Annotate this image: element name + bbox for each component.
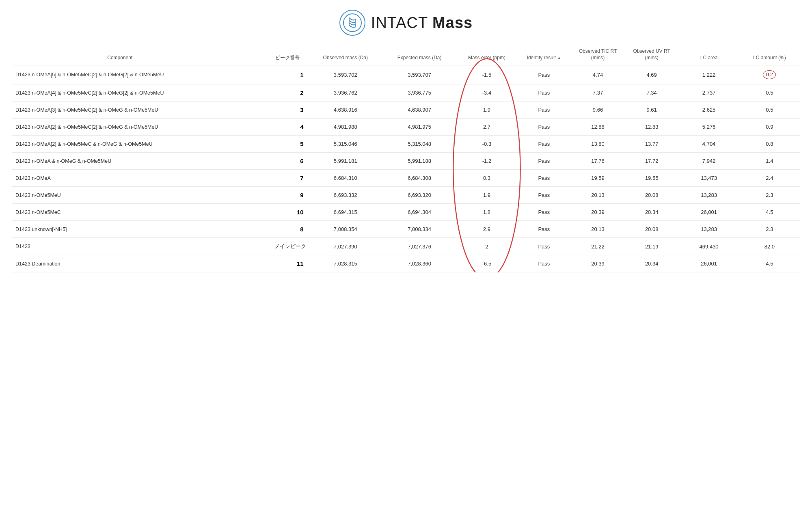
cell-mass-error: -1.2 — [456, 153, 517, 170]
app-header: INTACT Mass — [0, 0, 812, 44]
cell-component: D1423 n-OMeA[5] & n-OMe5MeC[2] & n-OMeG[… — [12, 65, 228, 84]
cell-peak-number: 11 — [228, 255, 309, 272]
cell-lc-amount: 82.0 — [739, 238, 800, 255]
cell-expected-mass: 3,593.707 — [382, 65, 456, 84]
cell-identity-result: Pass — [517, 65, 571, 84]
cell-tic-rt: 20.13 — [571, 221, 625, 238]
cell-observed-mass: 3,593.702 — [309, 65, 382, 84]
table-row: D1423 n-OMeA76,684.3106,684.3080.3Pass19… — [12, 170, 800, 187]
table-row: D1423 n-OMeA[2] & n-OMe5MeC & n-OMeG & n… — [12, 136, 800, 153]
lc-amount-circled-badge: 0.2 — [763, 70, 776, 79]
cell-identity-result: Pass — [517, 153, 571, 170]
cell-peak-number: 5 — [228, 136, 309, 153]
cell-lc-area: 13,283 — [678, 187, 739, 204]
cell-uv-rt: 9.61 — [625, 101, 679, 119]
cell-tic-rt: 4.74 — [571, 65, 625, 84]
cell-uv-rt: 20.08 — [625, 221, 679, 238]
cell-observed-mass: 6,684.310 — [309, 170, 382, 187]
cell-lc-area: 26,001 — [678, 255, 739, 272]
col-header-peak: ピーク番号： — [228, 44, 309, 65]
cell-observed-mass: 5,315.046 — [309, 136, 382, 153]
cell-mass-error: -3.4 — [456, 84, 517, 101]
cell-identity-result: Pass — [517, 238, 571, 255]
cell-lc-area: 2,737 — [678, 84, 739, 101]
cell-expected-mass: 3,936.775 — [382, 84, 456, 101]
cell-lc-area: 4,704 — [678, 136, 739, 153]
col-header-uv-rt: Observed UV RT (mins) — [625, 44, 679, 65]
cell-observed-mass: 5,991.181 — [309, 153, 382, 170]
col-header-tic-rt: Observed TIC RT (mins) — [571, 44, 625, 65]
app-title: INTACT Mass — [371, 14, 473, 32]
cell-peak-number: 3 — [228, 101, 309, 119]
cell-expected-mass: 5,315.048 — [382, 136, 456, 153]
col-header-observed-mass: Observed mass (Da) — [309, 44, 382, 65]
cell-peak-number: 7 — [228, 170, 309, 187]
cell-uv-rt: 7.34 — [625, 84, 679, 101]
cell-component: D1423 n-OMeA[3] & n-OMe5MeC[2] & n-OMeG … — [12, 101, 228, 119]
cell-peak-number: メインピーク — [228, 238, 309, 255]
cell-component: D1423 n-OMeA & n-OMeG & n-OMe5MeU — [12, 153, 228, 170]
cell-component: D1423 n-OMe5MeC — [12, 204, 228, 221]
cell-tic-rt: 20.39 — [571, 204, 625, 221]
cell-mass-error: -1.5 — [456, 65, 517, 84]
table-row: D1423メインピーク7,027.3907,027.3762Pass21.222… — [12, 238, 800, 255]
cell-identity-result: Pass — [517, 187, 571, 204]
cell-uv-rt: 20.08 — [625, 187, 679, 204]
cell-expected-mass: 7,028.360 — [382, 255, 456, 272]
cell-component: D1423 unknown[-NH5] — [12, 221, 228, 238]
cell-observed-mass: 3,936.762 — [309, 84, 382, 101]
cell-component: D1423 n-OMeA[2] & n-OMe5MeC[2] & n-OMeG … — [12, 119, 228, 136]
cell-identity-result: Pass — [517, 255, 571, 272]
col-header-lc-amount: LC amount (%) — [739, 44, 800, 65]
col-header-identity-result[interactable]: Identity result ▲ — [517, 44, 571, 65]
cell-identity-result: Pass — [517, 84, 571, 101]
cell-lc-area: 5,276 — [678, 119, 739, 136]
cell-lc-amount: 2.3 — [739, 187, 800, 204]
table-row: D1423 Deamination117,028.3157,028.360-6.… — [12, 255, 800, 272]
cell-uv-rt: 17.72 — [625, 153, 679, 170]
cell-identity-result: Pass — [517, 204, 571, 221]
cell-peak-number: 4 — [228, 119, 309, 136]
cell-lc-area: 1,222 — [678, 65, 739, 84]
cell-lc-area: 469,430 — [678, 238, 739, 255]
cell-expected-mass: 7,008.334 — [382, 221, 456, 238]
cell-lc-amount: 0.5 — [739, 84, 800, 101]
cell-identity-result: Pass — [517, 170, 571, 187]
cell-uv-rt: 21.19 — [625, 238, 679, 255]
cell-expected-mass: 6,693.320 — [382, 187, 456, 204]
cell-identity-result: Pass — [517, 101, 571, 119]
cell-mass-error: -6.5 — [456, 255, 517, 272]
cell-tic-rt: 13.80 — [571, 136, 625, 153]
cell-tic-rt: 20.13 — [571, 187, 625, 204]
cell-expected-mass: 4,981.975 — [382, 119, 456, 136]
cell-peak-number: 6 — [228, 153, 309, 170]
cell-tic-rt: 12.88 — [571, 119, 625, 136]
table-row: D1423 n-OMeA[5] & n-OMe5MeC[2] & n-OMeG[… — [12, 65, 800, 84]
cell-observed-mass: 6,693.332 — [309, 187, 382, 204]
table-row: D1423 n-OMeA & n-OMeG & n-OMe5MeU65,991.… — [12, 153, 800, 170]
col-header-component: Component — [12, 44, 228, 65]
cell-peak-number: 8 — [228, 221, 309, 238]
sort-arrow-identity: ▲ — [557, 56, 561, 60]
cell-observed-mass: 4,981.988 — [309, 119, 382, 136]
cell-tic-rt: 19.59 — [571, 170, 625, 187]
cell-lc-area: 26,001 — [678, 204, 739, 221]
cell-lc-amount: 4.5 — [739, 255, 800, 272]
cell-component: D1423 n-OMe5MeU — [12, 187, 228, 204]
cell-lc-amount: 4.5 — [739, 204, 800, 221]
cell-lc-amount: 1.4 — [739, 153, 800, 170]
cell-lc-amount: 2.4 — [739, 170, 800, 187]
cell-expected-mass: 6,694.304 — [382, 204, 456, 221]
cell-expected-mass: 5,991.188 — [382, 153, 456, 170]
cell-peak-number: 2 — [228, 84, 309, 101]
cell-observed-mass: 4,638.916 — [309, 101, 382, 119]
cell-component: D1423 n-OMeA[4] & n-OMe5MeC[2] & n-OMeG[… — [12, 84, 228, 101]
cell-expected-mass: 7,027.376 — [382, 238, 456, 255]
cell-tic-rt: 20.39 — [571, 255, 625, 272]
cell-mass-error: 2 — [456, 238, 517, 255]
cell-lc-amount: 0.5 — [739, 101, 800, 119]
cell-lc-area: 2,625 — [678, 101, 739, 119]
cell-component: D1423 n-OMeA[2] & n-OMe5MeC & n-OMeG & n… — [12, 136, 228, 153]
cell-mass-error: 1.8 — [456, 204, 517, 221]
main-table-container: Component ピーク番号： Observed mass (Da) Expe… — [0, 44, 812, 289]
